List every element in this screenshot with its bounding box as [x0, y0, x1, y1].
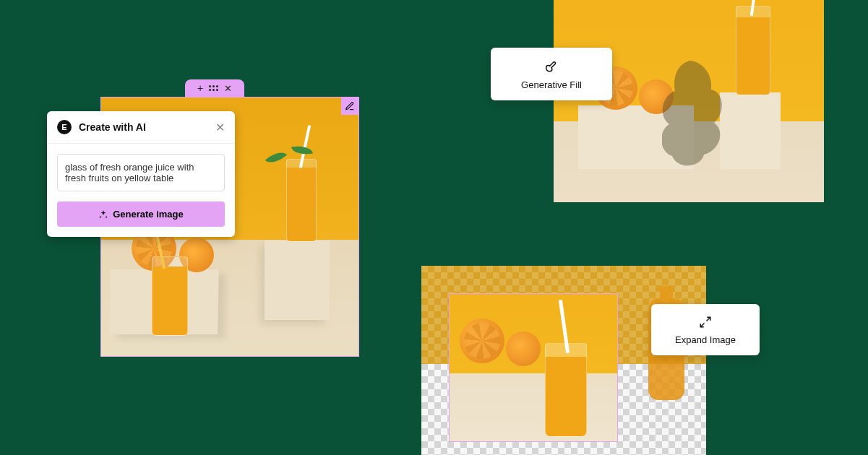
generative-fill-label: Generative Fill	[521, 79, 582, 90]
generate-button-label: Generate image	[113, 209, 184, 220]
popup-title: Create with AI	[79, 121, 208, 133]
prompt-input[interactable]	[57, 154, 225, 191]
sparkle-icon	[98, 209, 108, 220]
close-icon[interactable]: ✕	[215, 121, 225, 134]
drag-handle-icon[interactable]	[209, 85, 218, 91]
generate-image-button[interactable]: Generate image	[57, 202, 225, 227]
plus-icon[interactable]: +	[197, 82, 203, 94]
close-icon[interactable]: ✕	[224, 83, 232, 94]
expand-image-canvas[interactable]	[421, 266, 706, 455]
generative-fill-tooltip[interactable]: Generative Fill	[491, 48, 612, 100]
widget-tab-handle[interactable]: + ✕	[185, 79, 244, 97]
expand-image-tooltip[interactable]: Expand Image	[651, 304, 760, 355]
brush-icon	[544, 59, 559, 74]
elementor-logo-icon: E	[57, 120, 72, 134]
expand-image-label: Expand Image	[675, 334, 736, 345]
generative-fill-image	[554, 0, 824, 202]
edit-icon[interactable]	[341, 98, 358, 115]
expand-icon	[699, 316, 712, 329]
original-crop-frame[interactable]	[449, 293, 618, 442]
fill-selection-mask[interactable]	[662, 61, 724, 169]
create-ai-popup: E Create with AI ✕ Generate image	[47, 111, 235, 237]
